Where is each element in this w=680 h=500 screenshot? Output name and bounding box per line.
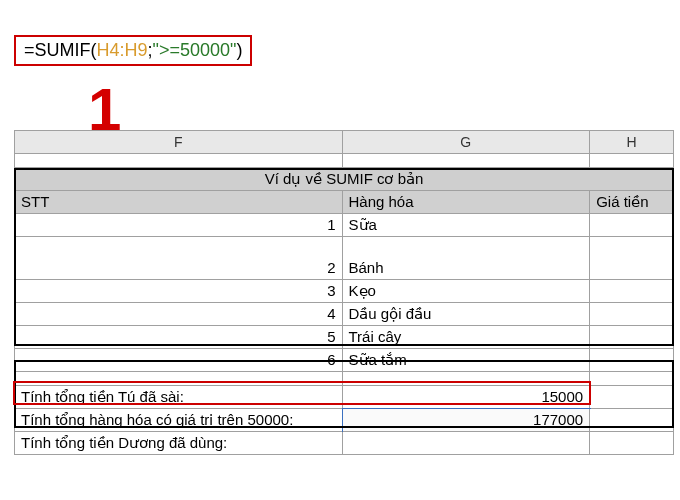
formula-range: H4:H9 <box>97 40 148 60</box>
cell[interactable] <box>590 432 674 455</box>
grid-row <box>14 372 674 386</box>
header-row: STT Hàng hóa Giá tiền <box>14 191 674 214</box>
table-title[interactable]: Ví dụ về SUMIF cơ bản <box>15 168 674 191</box>
cell-name[interactable]: Kẹo <box>343 280 591 303</box>
cell-price[interactable] <box>590 349 674 372</box>
summary-row-1: Tính tổng tiền Tú đã sài: 15000 <box>14 386 674 409</box>
summary-label[interactable]: Tính tổng tiền Tú đã sài: <box>15 386 343 409</box>
table-row: 2 Bánh <box>14 257 674 280</box>
column-headers: F G H <box>14 130 674 154</box>
cell-price[interactable] <box>590 326 674 349</box>
formula-criteria: ">=50000" <box>153 40 237 60</box>
cell-name[interactable]: Sữa <box>343 214 591 237</box>
summary-label[interactable]: Tính tổng tiền Dương đã dùng: <box>15 432 343 455</box>
formula-equals: = <box>24 40 35 60</box>
table-row: 4 Dầu gội đầu <box>14 303 674 326</box>
cell-price[interactable] <box>590 257 674 280</box>
cell-stt[interactable]: 2 <box>15 257 343 280</box>
table-row: 5 Trái cây <box>14 326 674 349</box>
summary-value[interactable]: 15000 <box>343 386 591 409</box>
summary-row-3: Tính tổng tiền Dương đã dùng: <box>14 432 674 455</box>
cell[interactable] <box>343 432 591 455</box>
cell[interactable] <box>590 237 674 259</box>
cell-name[interactable]: Trái cây <box>343 326 591 349</box>
cell[interactable] <box>15 237 343 259</box>
col-header-g[interactable]: G <box>343 131 591 154</box>
spacer-row <box>14 237 674 257</box>
formula-bar[interactable]: =SUMIF(H4:H9;">=50000") <box>14 35 252 66</box>
formula-function: SUMIF <box>35 40 91 60</box>
summary-row-2: Tính tổng hàng hóa có giá trị trên 50000… <box>14 409 674 432</box>
summary-label[interactable]: Tính tổng hàng hóa có giá trị trên 50000… <box>15 409 343 432</box>
spreadsheet-grid[interactable]: F G H Ví dụ về SUMIF cơ bản STT Hàng hóa… <box>14 130 674 455</box>
cell-price[interactable] <box>590 280 674 303</box>
table-row: 6 Sữa tắm <box>14 349 674 372</box>
table-row: 3 Kẹo <box>14 280 674 303</box>
header-hanghoa[interactable]: Hàng hóa <box>343 191 591 214</box>
cell-stt[interactable]: 3 <box>15 280 343 303</box>
cell-stt[interactable]: 4 <box>15 303 343 326</box>
cell[interactable] <box>15 372 343 386</box>
header-gia[interactable]: Giá tiền <box>590 191 674 214</box>
cell[interactable] <box>15 154 343 168</box>
cell[interactable] <box>590 409 674 432</box>
grid-row <box>14 154 674 168</box>
title-row: Ví dụ về SUMIF cơ bản <box>14 168 674 191</box>
summary-value-selected[interactable]: 177000 <box>343 409 591 432</box>
cell[interactable] <box>343 237 591 259</box>
cell-stt[interactable]: 1 <box>15 214 343 237</box>
cell[interactable] <box>590 154 674 168</box>
cell-stt[interactable]: 5 <box>15 326 343 349</box>
table-row: 1 Sữa <box>14 214 674 237</box>
header-stt[interactable]: STT <box>15 191 343 214</box>
cell-name[interactable]: Sữa tắm <box>343 349 591 372</box>
cell[interactable] <box>343 372 591 386</box>
cell[interactable] <box>590 372 674 386</box>
col-header-h[interactable]: H <box>590 131 674 154</box>
cell-name[interactable]: Dầu gội đầu <box>343 303 591 326</box>
cell-name[interactable]: Bánh <box>343 257 591 280</box>
col-header-f[interactable]: F <box>15 131 343 154</box>
cell-stt[interactable]: 6 <box>15 349 343 372</box>
cell[interactable] <box>343 154 591 168</box>
cell[interactable] <box>590 386 674 409</box>
cell-price[interactable] <box>590 303 674 326</box>
cell-price[interactable] <box>590 214 674 237</box>
formula-close-paren: ) <box>236 40 242 60</box>
